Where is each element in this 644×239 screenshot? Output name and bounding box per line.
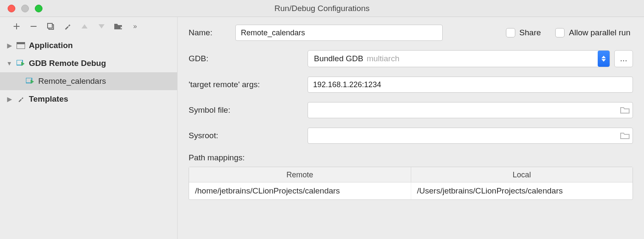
row-gdb: GDB: Bundled GDB multiarch …	[189, 50, 633, 67]
titlebar: Run/Debug Configurations	[0, 0, 644, 17]
path-mappings-label: Path mappings:	[189, 153, 633, 162]
fullscreen-window-icon[interactable]	[35, 5, 42, 12]
table-header: Remote Local	[189, 167, 633, 182]
main-area: » ▶ Application ▼ GDB Remote Debug	[0, 17, 644, 239]
close-window-icon[interactable]	[8, 5, 15, 12]
checkbox-icon	[555, 28, 565, 37]
select-stepper-icon	[598, 51, 610, 67]
config-tree: ▶ Application ▼ GDB Remote Debug Remote_…	[0, 36, 177, 108]
window-title: Run/Debug Configurations	[0, 4, 644, 13]
tree-label: Templates	[29, 94, 68, 104]
gdb-hint: multiarch	[367, 54, 399, 63]
sysroot-input[interactable]	[308, 128, 633, 144]
gdb-browse-button[interactable]: …	[614, 50, 633, 67]
path-mappings-table[interactable]: Remote Local /home/jetbrains/CLionProjec…	[189, 167, 633, 200]
cell-local: /Users/jetbrains/CLionProjects/calendars	[411, 182, 633, 199]
folder-icon[interactable]	[620, 106, 630, 114]
copy-icon[interactable]	[46, 22, 55, 31]
target-args-input[interactable]	[308, 77, 633, 93]
tree-label: GDB Remote Debug	[29, 59, 106, 68]
row-sysroot: Sysroot:	[189, 128, 633, 144]
gdb-selected-value: Bundled GDB	[314, 54, 363, 63]
sysroot-label: Sysroot:	[189, 131, 308, 140]
col-remote: Remote	[189, 167, 411, 182]
col-local: Local	[411, 167, 633, 182]
wrench-icon	[16, 94, 25, 104]
move-down-icon	[97, 22, 106, 31]
add-icon[interactable]	[12, 22, 21, 31]
symbol-file-label: Symbol file:	[189, 105, 308, 115]
row-name: Name: Share Allow parallel run	[189, 25, 633, 41]
sidebar: » ▶ Application ▼ GDB Remote Debug	[0, 17, 178, 239]
more-icon[interactable]: »	[131, 22, 140, 31]
gdb-label: GDB:	[189, 54, 308, 63]
svg-rect-1	[48, 23, 52, 28]
name-label: Name:	[189, 28, 235, 37]
chevron-right-icon: ▶	[6, 96, 13, 102]
tree-label: Application	[29, 41, 73, 50]
svg-rect-3	[17, 42, 25, 44]
gdb-select[interactable]: Bundled GDB multiarch	[308, 50, 610, 67]
chevron-down-icon: ▼	[6, 60, 13, 67]
gdb-debug-icon	[25, 77, 35, 86]
folder-move-icon[interactable]	[114, 22, 123, 31]
options-checks: Share Allow parallel run	[506, 28, 633, 37]
minimize-window-icon[interactable]	[21, 5, 29, 12]
tree-group-templates[interactable]: ▶ Templates	[0, 90, 177, 108]
wrench-icon[interactable]	[63, 22, 72, 31]
tree-label: Remote_calendars	[38, 77, 106, 86]
symbol-file-input[interactable]	[308, 102, 633, 118]
share-label: Share	[520, 28, 541, 37]
gdb-debug-icon	[16, 59, 25, 68]
parallel-run-checkbox[interactable]: Allow parallel run	[555, 28, 630, 37]
move-up-icon	[80, 22, 89, 31]
target-args-label: 'target remote' args:	[189, 80, 308, 89]
tree-config-remote-calendars[interactable]: Remote_calendars	[0, 72, 177, 90]
checkbox-icon	[506, 28, 515, 37]
remove-icon[interactable]	[29, 22, 38, 31]
window-controls	[0, 5, 42, 12]
folder-icon[interactable]	[620, 132, 630, 139]
table-row[interactable]: /home/jetbrains/CLionProjects/calendars …	[189, 182, 633, 199]
application-icon	[16, 41, 25, 50]
cell-remote: /home/jetbrains/CLionProjects/calendars	[189, 182, 411, 199]
tree-group-application[interactable]: ▶ Application	[0, 37, 177, 54]
tree-group-gdb[interactable]: ▼ GDB Remote Debug	[0, 54, 177, 72]
form-panel: Name: Share Allow parallel run GDB: Bund…	[178, 17, 644, 239]
name-input[interactable]	[235, 25, 443, 41]
parallel-label: Allow parallel run	[569, 28, 630, 37]
row-target-args: 'target remote' args:	[189, 77, 633, 93]
chevron-right-icon: ▶	[6, 42, 13, 49]
sidebar-toolbar: »	[0, 17, 177, 36]
row-symbol-file: Symbol file:	[189, 102, 633, 118]
share-checkbox[interactable]: Share	[506, 28, 541, 37]
